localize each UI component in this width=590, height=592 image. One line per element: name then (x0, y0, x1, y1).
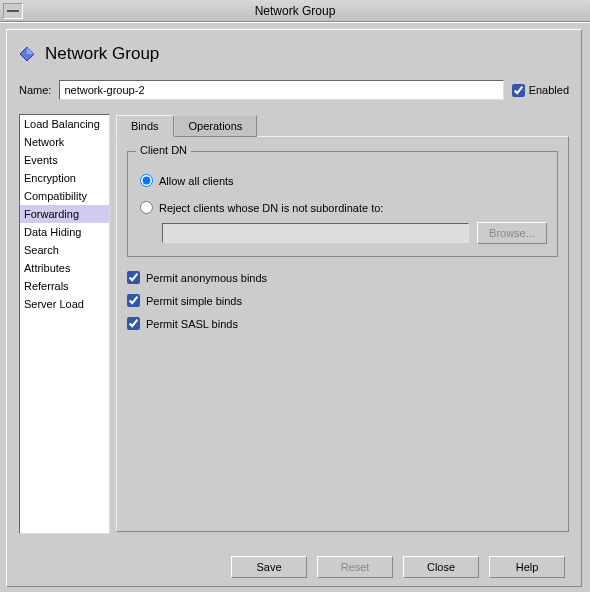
reset-button: Reset (317, 556, 393, 578)
close-button[interactable]: Close (403, 556, 479, 578)
sidebar-item[interactable]: Referrals (20, 277, 109, 295)
permit-anonymous-row[interactable]: Permit anonymous binds (127, 271, 558, 284)
permit-simple-row[interactable]: Permit simple binds (127, 294, 558, 307)
name-label: Name: (19, 84, 51, 96)
window-title: Network Group (0, 4, 590, 18)
sidebar-item[interactable]: Search (20, 241, 109, 259)
enabled-checkbox[interactable] (512, 84, 525, 97)
tab-panel-binds: Client DN Allow all clients Reject clien… (116, 136, 569, 532)
name-input[interactable] (59, 80, 503, 100)
permit-sasl-row[interactable]: Permit SASL binds (127, 317, 558, 330)
tab[interactable]: Binds (116, 115, 174, 137)
allow-all-label: Allow all clients (159, 175, 234, 187)
sidebar-item[interactable]: Compatibility (20, 187, 109, 205)
reject-label: Reject clients whose DN is not subordina… (159, 202, 383, 214)
reject-radio[interactable] (140, 201, 153, 214)
sidebar-item[interactable]: Data Hiding (20, 223, 109, 241)
sidebar-item[interactable]: Server Load (20, 295, 109, 313)
allow-all-radio[interactable] (140, 174, 153, 187)
help-button[interactable]: Help (489, 556, 565, 578)
permit-sasl-checkbox[interactable] (127, 317, 140, 330)
client-dn-fieldset: Client DN Allow all clients Reject clien… (127, 151, 558, 257)
window-titlebar: Network Group (0, 0, 590, 22)
permit-sasl-label: Permit SASL binds (146, 318, 238, 330)
reject-radio-row[interactable]: Reject clients whose DN is not subordina… (140, 201, 545, 214)
page-title: Network Group (45, 44, 159, 64)
category-sidebar[interactable]: Load BalancingNetworkEventsEncryptionCom… (19, 114, 110, 534)
sidebar-item[interactable]: Load Balancing (20, 115, 109, 133)
sidebar-item[interactable]: Network (20, 133, 109, 151)
sidebar-item[interactable]: Attributes (20, 259, 109, 277)
dialog-button-bar: Save Reset Close Help (231, 556, 565, 578)
save-button[interactable]: Save (231, 556, 307, 578)
sidebar-item[interactable]: Forwarding (20, 205, 109, 223)
svg-marker-1 (27, 47, 34, 54)
tab-strip: BindsOperations (116, 115, 569, 137)
enabled-checkbox-wrap[interactable]: Enabled (512, 84, 569, 97)
header-icon (19, 46, 35, 62)
page-header: Network Group (19, 44, 569, 64)
permit-anonymous-label: Permit anonymous binds (146, 272, 267, 284)
sidebar-item[interactable]: Events (20, 151, 109, 169)
tab[interactable]: Operations (174, 115, 258, 137)
permit-anonymous-checkbox[interactable] (127, 271, 140, 284)
browse-button: Browse... (477, 222, 547, 244)
enabled-label: Enabled (529, 84, 569, 96)
allow-all-radio-row[interactable]: Allow all clients (140, 174, 545, 187)
dn-input (162, 223, 469, 243)
permit-simple-checkbox[interactable] (127, 294, 140, 307)
client-dn-legend: Client DN (136, 144, 191, 156)
permit-simple-label: Permit simple binds (146, 295, 242, 307)
sidebar-item[interactable]: Encryption (20, 169, 109, 187)
